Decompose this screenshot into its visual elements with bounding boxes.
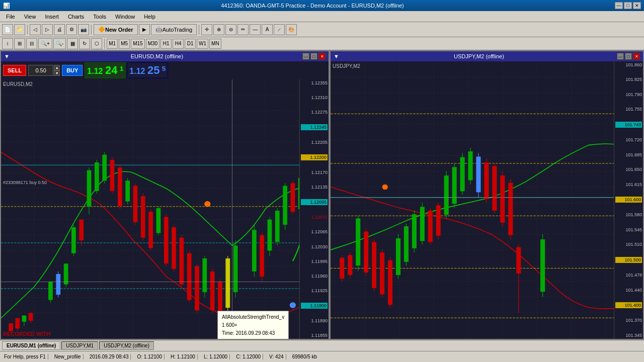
new-order-button[interactable]: 🔶 New Order [94, 24, 138, 35]
chart-eurusd-close-button[interactable]: ✕ [318, 53, 326, 60]
bid-suffix: 1 [120, 65, 123, 72]
zoom-out-tf-button[interactable]: 🔍- [53, 38, 66, 49]
chart-usdjpy-body[interactable]: USDJPY,M2 [331, 61, 643, 339]
menu-tools[interactable]: Tools [89, 13, 110, 21]
svg-rect-43 [71, 227, 76, 253]
svg-rect-41 [64, 263, 68, 284]
new-file-button[interactable]: 📄 [2, 24, 13, 35]
usdjpy-price-6: 101.685 [615, 152, 642, 157]
text-button[interactable]: A [262, 24, 273, 35]
forward-button[interactable]: ▷ [42, 24, 53, 35]
tf-m15[interactable]: M15 [131, 39, 144, 49]
chart-eurusd-max-button[interactable]: □ [310, 53, 317, 60]
objects-button[interactable]: ⬡ [91, 38, 102, 49]
chart-eurusd-body[interactable]: EURUSD,M2 #233098171 buy 0.50 [1, 79, 329, 339]
chart-usdjpy-max-button[interactable]: □ [625, 53, 632, 60]
back-button[interactable]: ◁ [30, 24, 41, 35]
chart-eurusd-min-button[interactable]: — [302, 53, 309, 60]
chart-usdjpy-close-button[interactable]: ✕ [633, 53, 640, 60]
svg-rect-175 [484, 162, 489, 199]
menu-file[interactable]: File [2, 13, 19, 21]
status-profile: New_profile [52, 354, 84, 359]
timeframe-toolbar: ↕ ⊞ ⊟ 🔍+ 🔍- ▦ ↻ ⬡ M1 M5 M15 M30 H1 H4 D1… [0, 37, 644, 50]
close-button[interactable]: ✕ [633, 2, 641, 9]
separator-1 [27, 25, 28, 35]
fib-button[interactable]: ⟋ [274, 24, 285, 35]
tf-mn[interactable]: MN [209, 39, 221, 49]
crosshair-button[interactable]: ✛ [201, 24, 212, 35]
svg-rect-33 [22, 316, 27, 322]
svg-rect-149 [380, 252, 384, 294]
svg-rect-77 [202, 258, 207, 292]
spin-down-button[interactable]: ▼ [54, 70, 60, 76]
tooltip-indicator-name: AllAbsoluteStrengthTrend_v [222, 313, 284, 321]
svg-rect-159 [420, 207, 425, 241]
spin-up-button[interactable]: ▲ [54, 65, 60, 70]
autotrading-button[interactable]: 🤖 AutoTrading [151, 24, 197, 35]
tf-m30[interactable]: M30 [146, 39, 159, 49]
menu-charts[interactable]: Charts [64, 13, 88, 21]
zoom-out-button[interactable]: ⊖ [225, 24, 236, 35]
title-bar: 📊 4412360: OANDA-GMT-5 Practice - Demo A… [0, 0, 644, 11]
chart-eurusd-title: EURUSD,M2 (offline) [131, 53, 183, 59]
chart-type-button[interactable]: ▦ [67, 38, 78, 49]
chart-usdjpy-min-button[interactable]: — [617, 53, 624, 60]
ask-prefix: 1.12 [129, 67, 145, 75]
taskbar-eurusd-m1[interactable]: EURUSD,M1 (offline) [2, 341, 60, 350]
price-5: 1.12170 [301, 170, 328, 175]
color-button[interactable]: 🎨 [286, 24, 297, 35]
lot-size-input[interactable] [28, 65, 53, 76]
scroll-left-button[interactable]: ⊞ [14, 38, 25, 49]
title-bar-controls: — □ ✕ [615, 2, 641, 9]
buy-button[interactable]: BUY [62, 65, 83, 76]
zoom-in-button[interactable]: ⊕ [213, 24, 224, 35]
svg-rect-171 [468, 151, 472, 180]
draw-button[interactable]: ✏ [237, 24, 249, 35]
svg-rect-63 [148, 212, 153, 248]
taskbar-usdjpy-m1[interactable]: USDJPY,M1 [61, 341, 98, 350]
buy-button-toolbar[interactable]: ▶ [139, 24, 150, 35]
tf-h4[interactable]: H4 [173, 39, 184, 49]
tooltip-time-value: 2016.09.29 08:43 [235, 330, 275, 336]
menu-help[interactable]: Help [140, 13, 159, 21]
line-button[interactable]: — [250, 24, 261, 35]
svg-rect-31 [15, 318, 20, 329]
chart-usdjpy-title: USDJPY,M2 (offline) [454, 53, 504, 59]
minimize-button[interactable]: — [615, 2, 623, 9]
svg-point-102 [205, 202, 210, 207]
tf-m5[interactable]: M5 [119, 39, 130, 49]
eurusd-chart-svg [1, 79, 329, 339]
ask-suffix: 5 [162, 65, 166, 72]
svg-rect-145 [364, 231, 368, 272]
crosshair-tf-button[interactable]: ↕ [2, 38, 13, 49]
price-12: 1.11925 [301, 288, 328, 293]
menu-window[interactable]: Window [111, 13, 139, 21]
menu-insert[interactable]: Insert [41, 13, 63, 21]
sell-button[interactable]: SELL [3, 65, 26, 76]
zoom-in-tf-button[interactable]: 🔍+ [38, 38, 52, 49]
open-button[interactable]: 📁 [14, 24, 25, 35]
chart-properties-button[interactable]: ⚙ [66, 24, 77, 35]
usdjpy-price-5: 101.720 [615, 137, 642, 142]
svg-rect-29 [9, 323, 13, 331]
svg-rect-65 [156, 208, 161, 233]
print-button[interactable]: 🖨 [54, 24, 65, 35]
status-help: For Help, press F1 [2, 354, 48, 359]
menu-view[interactable]: View [20, 13, 40, 21]
svg-rect-53 [110, 160, 115, 191]
tf-h1[interactable]: H1 [160, 39, 172, 49]
svg-rect-39 [56, 274, 60, 295]
tf-d1[interactable]: D1 [185, 39, 196, 49]
tf-m1[interactable]: M1 [107, 39, 118, 49]
taskbar-usdjpy-m2[interactable]: USDJPY,M2 (offline) [99, 341, 154, 350]
svg-rect-177 [492, 166, 497, 211]
scroll-right-button[interactable]: ⊟ [26, 38, 37, 49]
maximize-button[interactable]: □ [624, 2, 632, 9]
svg-rect-87 [252, 230, 257, 272]
usdjpy-price-3: 101.790 [615, 92, 642, 97]
price-highlighted-4: 1.11900 [301, 303, 328, 309]
tf-w1[interactable]: W1 [197, 39, 208, 49]
screenshot-button[interactable]: 📷 [78, 24, 89, 35]
autoscroll-button[interactable]: ↻ [79, 38, 90, 49]
usdjpy-chart-svg [331, 61, 643, 339]
